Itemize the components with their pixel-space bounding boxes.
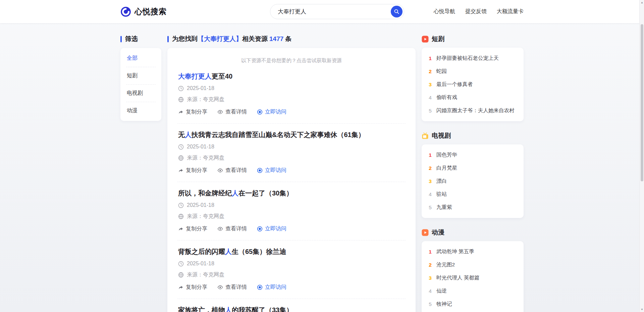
- share-icon: [178, 285, 183, 290]
- result-title[interactable]: 家族将亡，植物人的我苏醒了（33集）: [178, 306, 405, 312]
- result-date: 2025-01-18: [187, 202, 214, 208]
- rank-row[interactable]: 2 蛇园: [428, 65, 518, 78]
- ranking-card: 1 好孕甜妻被钻石老公宠上天 2 蛇园 3 最后一个修真者 4 偷听有戏 5 闪…: [422, 48, 524, 121]
- nav-link-data-card[interactable]: 大额流量卡: [497, 8, 524, 15]
- copy-share-link[interactable]: 复制分享: [178, 284, 207, 291]
- eye-icon: [217, 168, 223, 173]
- visit-target-icon: [257, 226, 263, 232]
- visit-now-link[interactable]: 立即访问: [257, 167, 286, 174]
- rank-item-label: 九重紫: [436, 204, 452, 211]
- logo-text: 心悦搜索: [135, 6, 167, 17]
- result-title-part: 人: [232, 189, 238, 197]
- logo-icon: [120, 6, 131, 17]
- result-item: 背叛之后的闪耀人生（65集）徐兰迪 2025-01-18 来源：夸克网盘: [177, 240, 406, 299]
- rank-row[interactable]: 5 闪婚京圈太子爷：夫人她来自农村: [428, 104, 518, 117]
- view-detail-link[interactable]: 查看详情: [217, 225, 247, 232]
- results-card: 以下资源不是你想要的？点击尝试获取新资源 大奉打更人更至40 2025-01-1…: [167, 48, 416, 312]
- rank-row[interactable]: 1 好孕甜妻被钻石老公宠上天: [428, 52, 518, 65]
- result-title[interactable]: 背叛之后的闪耀人生（65集）徐兰迪: [178, 248, 405, 256]
- rank-row[interactable]: 4 偷听有戏: [428, 91, 518, 104]
- top-header: 心悦搜索 心悦导航 提交反馈 大额流量卡: [0, 0, 644, 23]
- ranking-card: 1 武动乾坤 第五季 2 沧元图2 3 时光代理人 英都篇 4 仙逆 5 牧神记: [422, 241, 524, 312]
- result-source-row: 来源：夸克网盘: [178, 213, 405, 220]
- scrollbar-thumb[interactable]: [641, 24, 643, 181]
- filter-item-tvseries[interactable]: 电视剧: [126, 85, 156, 102]
- rank-item-label: 漂白: [436, 178, 447, 185]
- results-heading-suffix: 条: [285, 35, 291, 42]
- result-title-part: 大奉打更人: [178, 73, 212, 80]
- rank-row[interactable]: 4 仙逆: [428, 284, 518, 298]
- results-heading-prefix: 为您找到: [172, 35, 198, 42]
- result-source-row: 来源：夸克网盘: [178, 271, 405, 278]
- rank-row[interactable]: 5 牧神记: [428, 298, 518, 311]
- result-date: 2025-01-18: [187, 85, 214, 91]
- rank-row[interactable]: 3 漂白: [428, 175, 518, 188]
- visit-now-link[interactable]: 立即访问: [257, 284, 286, 291]
- rank-row[interactable]: 1 国色芳华: [428, 148, 518, 162]
- result-title[interactable]: 所以，和金牌经纪人在一起了（30集）: [178, 189, 405, 197]
- rank-item-label: 闪婚京圈太子爷：夫人她来自农村: [436, 107, 515, 114]
- view-detail-link[interactable]: 查看详情: [217, 108, 247, 116]
- globe-icon: [178, 214, 184, 219]
- copy-share-link[interactable]: 复制分享: [178, 225, 207, 232]
- logo[interactable]: 心悦搜索: [120, 6, 167, 17]
- filter-item-shortdrama[interactable]: 短剧: [126, 67, 156, 85]
- view-detail-link[interactable]: 查看详情: [217, 167, 247, 174]
- copy-share-label: 复制分享: [186, 108, 207, 116]
- result-title-part: 扶我青云志我自踏雪至山巅&名动天下之家事难休（61集）: [192, 131, 365, 138]
- rank-row[interactable]: 3 最后一个修真者: [428, 78, 518, 91]
- result-date-row: 2025-01-18: [178, 202, 405, 208]
- view-detail-link[interactable]: 查看详情: [217, 284, 247, 291]
- share-icon: [178, 168, 183, 173]
- copy-share-label: 复制分享: [186, 284, 207, 291]
- visit-target-icon: [257, 284, 263, 290]
- scroll-down-arrow[interactable]: ▼: [640, 307, 644, 312]
- result-date: 2025-01-18: [187, 261, 214, 267]
- rank-row[interactable]: 4 驻站: [428, 188, 518, 201]
- clock-icon: [178, 261, 184, 267]
- rank-number: 2: [428, 165, 433, 171]
- filter-item-anime[interactable]: 动漫: [126, 102, 156, 119]
- scroll-up-arrow[interactable]: ▲: [640, 0, 644, 5]
- results-count: 1477: [269, 35, 283, 42]
- ranking-heading: 电视剧: [422, 132, 524, 140]
- play-red-icon: [422, 36, 429, 43]
- nav-link-xinyue-nav[interactable]: 心悦导航: [434, 8, 455, 15]
- result-date-row: 2025-01-18: [178, 261, 405, 267]
- rank-row[interactable]: 2 白月梵星: [428, 162, 518, 175]
- header-nav: 心悦导航 提交反馈 大额流量卡: [434, 8, 524, 15]
- filter-item-all[interactable]: 全部: [126, 50, 156, 67]
- rank-row[interactable]: 3 时光代理人 英都篇: [428, 271, 518, 284]
- visit-now-link[interactable]: 立即访问: [257, 225, 286, 232]
- rank-item-label: 偷听有戏: [436, 94, 457, 101]
- rank-item-label: 驻站: [436, 191, 447, 198]
- result-title-part: 更至40: [212, 73, 232, 80]
- result-title-part: 无: [178, 131, 185, 138]
- rank-item-label: 蛇园: [436, 68, 447, 75]
- rank-row[interactable]: 1 武动乾坤 第五季: [428, 245, 518, 258]
- copy-share-link[interactable]: 复制分享: [178, 108, 207, 116]
- accent-bar: [120, 36, 122, 42]
- rank-number: 5: [428, 205, 433, 211]
- search-input[interactable]: [270, 4, 404, 19]
- result-title[interactable]: 无人扶我青云志我自踏雪至山巅&名动天下之家事难休（61集）: [178, 131, 405, 139]
- ranking-card: 1 国色芳华 2 白月梵星 3 漂白 4 驻站 5 九重紫: [422, 144, 524, 218]
- eye-icon: [217, 109, 223, 115]
- refresh-notice[interactable]: 以下资源不是你想要的？点击尝试获取新资源: [177, 51, 406, 65]
- result-title[interactable]: 大奉打更人更至40: [178, 72, 405, 81]
- search-button[interactable]: [391, 6, 402, 17]
- rank-row[interactable]: 5 九重紫: [428, 201, 518, 214]
- copy-share-link[interactable]: 复制分享: [178, 167, 207, 174]
- result-date-row: 2025-01-18: [178, 144, 405, 150]
- filter-title: 筛选: [125, 35, 138, 43]
- visit-now-label: 立即访问: [265, 225, 286, 232]
- nav-link-feedback[interactable]: 提交反馈: [465, 8, 487, 15]
- rank-number: 5: [428, 108, 433, 114]
- rank-row[interactable]: 2 沧元图2: [428, 258, 518, 271]
- rank-item-label: 武动乾坤 第五季: [436, 248, 474, 255]
- rank-number: 3: [428, 275, 433, 281]
- visit-now-link[interactable]: 立即访问: [257, 108, 286, 116]
- play-orange-icon: [422, 229, 429, 236]
- scrollbar[interactable]: ▲ ▼: [639, 0, 644, 312]
- result-source-row: 来源：夸克网盘: [178, 154, 405, 162]
